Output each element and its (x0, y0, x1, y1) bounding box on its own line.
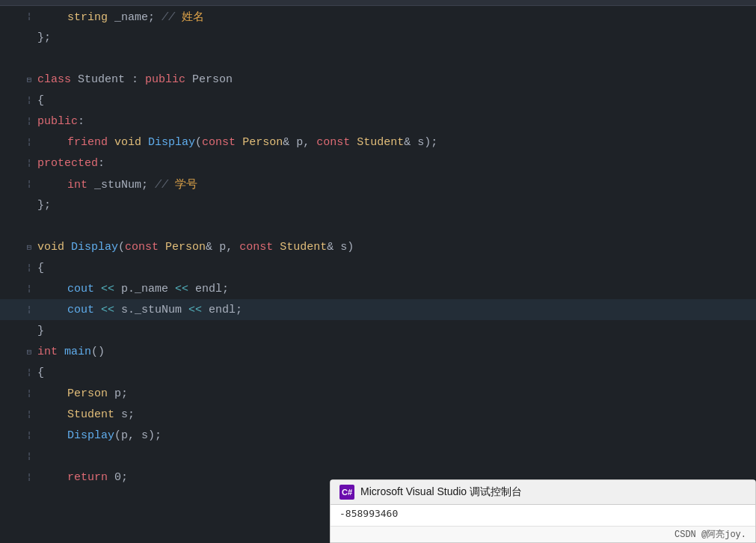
fold-icon: ¦ (24, 368, 34, 377)
code-line: }; (0, 27, 756, 48)
code-line: }; (0, 194, 756, 215)
fold-icon: ¦ (24, 284, 34, 293)
code-line: ¦ cout << p._name << endl; (0, 278, 756, 299)
code-content: int _stuNum; // 学号 (34, 177, 756, 191)
code-line: ¦ friend void Display(const Person& p, c… (0, 132, 756, 153)
fold-icon: ¦ (24, 138, 34, 147)
debug-output-value: -858993460 (339, 508, 398, 519)
fold-icon: ¦ (24, 263, 34, 272)
code-content: class Student : public Person (34, 73, 756, 86)
fold-icon: ¦ (24, 180, 34, 188)
code-content: Person p; (34, 387, 756, 400)
code-line: ⊟ class Student : public Person (0, 69, 756, 90)
code-content: { (34, 94, 756, 107)
code-line: ¦ Person p; (0, 383, 756, 404)
code-line: ¦ { (0, 90, 756, 111)
code-line: ¦ (0, 446, 756, 467)
code-line: } (0, 320, 756, 341)
code-content (34, 450, 756, 463)
code-line (0, 48, 756, 69)
fold-icon: ¦ (24, 452, 34, 461)
fold-collapse-icon[interactable]: ⊟ (24, 347, 34, 357)
code-line: ⊟ void Display(const Person& p, const St… (0, 236, 756, 257)
code-content: int main() (34, 346, 756, 358)
code-content: }; (34, 31, 756, 44)
code-content: cout << p._name << endl; (34, 283, 756, 295)
code-content: cout << s._stuNum << endl; (34, 304, 756, 316)
debug-console-output: -858993460 (331, 505, 755, 526)
scroll-indicator (0, 0, 756, 6)
code-line: ¦ protected: (0, 153, 756, 174)
fold-icon: ¦ (24, 117, 34, 126)
code-line: ¦ int _stuNum; // 学号 (0, 174, 756, 194)
code-line: ¦ public: (0, 111, 756, 132)
fold-icon: ¦ (24, 12, 34, 21)
code-content (34, 220, 756, 233)
code-content: void Display(const Person& p, const Stud… (34, 241, 756, 254)
fold-icon: ¦ (24, 410, 34, 419)
code-content: friend void Display(const Person& p, con… (34, 136, 756, 149)
code-content: string _name; // 姓名 (34, 10, 756, 24)
debug-footer-text: CSDN @阿亮joy. (674, 528, 746, 541)
code-line: ⊟ int main() (0, 341, 756, 362)
fold-icon: ¦ (24, 159, 34, 168)
code-line: ¦ string _name; // 姓名 (0, 6, 756, 27)
fold-collapse-icon[interactable]: ⊟ (24, 75, 34, 85)
code-line: ¦ Student s; (0, 404, 756, 425)
debug-console-title-text: Microsoft Visual Studio 调试控制台 (360, 485, 522, 499)
code-content: { (34, 366, 756, 379)
code-content: }; (34, 199, 756, 212)
fold-collapse-icon[interactable]: ⊟ (24, 242, 34, 252)
code-content: public: (34, 115, 756, 128)
fold-icon: ¦ (24, 305, 34, 314)
code-line: ¦ { (0, 362, 756, 383)
code-content: { (34, 262, 756, 274)
code-content: Student s; (34, 408, 756, 421)
code-content: protected: (34, 157, 756, 170)
fold-icon: ¦ (24, 389, 34, 398)
code-line (0, 215, 756, 236)
fold-icon: ¦ (24, 96, 34, 105)
vs-icon: C# (339, 485, 354, 500)
debug-console-panel[interactable]: C# Microsoft Visual Studio 调试控制台 -858993… (330, 479, 756, 543)
debug-console-footer: CSDN @阿亮joy. (331, 526, 755, 542)
fold-icon: ¦ (24, 431, 34, 440)
code-content: } (34, 325, 756, 337)
fold-icon: ¦ (24, 473, 34, 482)
code-editor: ¦ string _name; // 姓名 }; ⊟ class Student… (0, 0, 756, 543)
code-line: ¦ Display(p, s); (0, 425, 756, 446)
code-content: Display(p, s); (34, 429, 756, 442)
code-content (34, 52, 756, 65)
code-line: ¦ { (0, 257, 756, 278)
debug-console-titlebar: C# Microsoft Visual Studio 调试控制台 (331, 480, 755, 505)
code-line: ¦ cout << s._stuNum << endl; (0, 299, 756, 320)
